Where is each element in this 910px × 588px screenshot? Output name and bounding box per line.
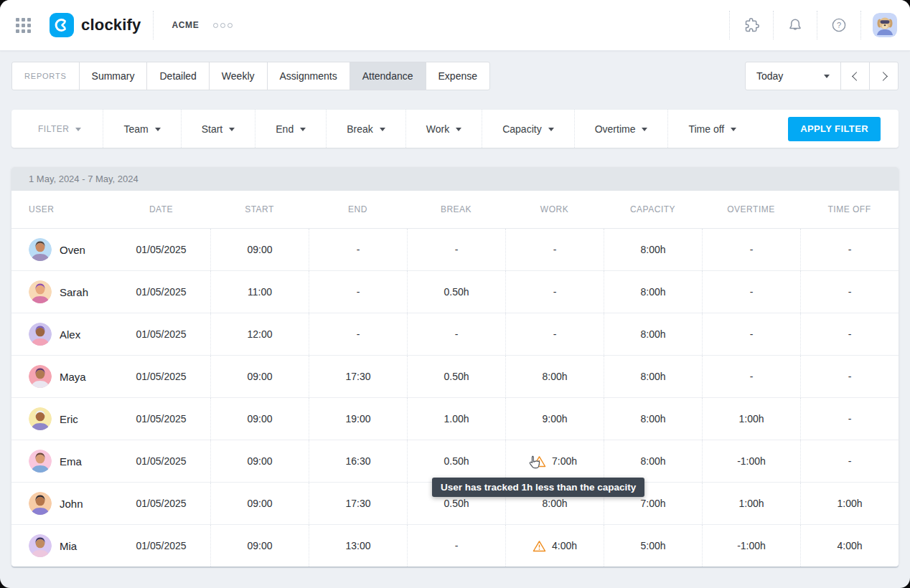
tab-detailed[interactable]: Detailed [146,62,209,90]
user-name: Maya [60,371,86,383]
clockify-logo-icon [50,13,74,37]
more-options-icon[interactable] [213,23,233,28]
column-header-user: USER [11,204,112,214]
integrations-button[interactable] [730,16,773,34]
filter-overtime[interactable]: Overtime [574,110,668,148]
cell-user[interactable]: Oven [11,229,112,270]
notifications-button[interactable] [774,16,817,34]
apply-filter-button[interactable]: APPLY FILTER [788,117,881,141]
cell-work: 9:00h [505,398,604,440]
cell-break: 0.50h [407,356,505,397]
cell-capacity: 5:00h [604,525,702,566]
column-header-end: END [309,204,407,214]
cell-break: - [407,313,505,355]
cell-user[interactable]: Eric [11,398,112,440]
previous-period-button[interactable] [840,62,870,90]
filter-team[interactable]: Team [103,110,180,148]
cell-break: - [407,229,505,270]
help-button[interactable]: ? [817,16,860,34]
cell-date: 01/05/2025 [112,271,210,313]
apps-grid-icon[interactable] [16,18,31,33]
cell-work: 4:00h [505,525,604,566]
user-name: Alex [60,328,80,341]
cell-time-off: - [800,313,899,355]
period-select[interactable]: Today [745,62,841,90]
cell-overtime: - [702,229,800,270]
chevron-down-icon [824,75,830,81]
user-name: Eric [60,413,78,425]
table-row: Sarah01/05/202511:00-0.50h-8:00h-- [11,271,899,313]
cell-end: - [309,271,407,313]
next-period-button[interactable] [869,62,899,90]
warning-icon[interactable] [533,540,546,552]
cell-overtime: - [702,271,800,313]
cell-user[interactable]: John [11,483,112,524]
cell-work: - [505,229,604,270]
table-row: Mia01/05/202509:0013:00-4:00h5:00h-1:00h… [11,525,899,566]
tab-assignments[interactable]: Assignments [267,62,350,90]
filter-field-label: End [276,123,294,135]
filter-break[interactable]: Break [326,110,405,148]
tabs-row: REPORTS SummaryDetailedWeeklyAssignments… [11,62,899,90]
filter-label: FILTER [38,124,69,134]
chevron-down-icon [548,128,554,134]
cell-break: - [407,525,505,566]
cell-user[interactable]: Sarah [11,271,112,313]
filter-field-label: Work [426,123,449,135]
cell-time-off: - [800,356,899,397]
reports-section-label: REPORTS [11,62,80,90]
cell-break: 0.50h [407,271,505,313]
cell-overtime: -1:00h [702,440,800,482]
filter-work[interactable]: Work [405,110,482,148]
cell-end: 19:00 [309,398,407,440]
table-row: Eric01/05/202509:0019:001.00h9:00h8:00h1… [11,398,899,440]
tab-attendance[interactable]: Attendance [350,62,426,90]
cell-start: 09:00 [210,229,309,270]
table-row: Alex01/05/202512:00---8:00h-- [11,313,899,356]
profile-avatar[interactable] [873,13,897,37]
cell-capacity: 8:00h [604,398,702,440]
cell-date: 01/05/2025 [112,229,210,270]
brand-logo[interactable]: clockify [50,13,141,37]
workspace-name[interactable]: ACME [172,20,200,30]
cell-user[interactable]: Ema [11,440,112,482]
user-name: Oven [60,244,85,256]
divider [153,11,154,39]
chevron-left-icon [852,72,861,81]
user-avatar [29,534,52,557]
tab-weekly[interactable]: Weekly [209,62,268,90]
cell-time-off: - [800,440,899,482]
filter-label-dropdown[interactable]: FILTER [11,110,103,148]
filter-field-label: Time off [688,123,724,135]
cell-start: 09:00 [210,398,309,440]
cell-date: 01/05/2025 [112,483,210,524]
top-bar-actions: ? [729,0,910,50]
cell-user[interactable]: Alex [11,313,112,355]
cell-work: 8:00h [505,356,604,397]
cell-time-off: 4:00h [800,525,899,566]
cell-user[interactable]: Mia [11,525,112,566]
cell-time-off: - [800,271,899,313]
filter-end[interactable]: End [255,110,326,148]
filter-start[interactable]: Start [181,110,255,148]
tooltip: User has tracked 1h less than the capaci… [432,478,644,497]
tab-expense[interactable]: Expense [426,62,490,90]
column-header-time-off: TIME OFF [800,204,899,214]
column-header-break: BREAK [407,204,505,214]
user-avatar [29,492,52,515]
cell-overtime: 1:00h [702,398,800,440]
app-window: clockify ACME ? REPORTS [0,0,910,588]
cell-start: 12:00 [210,313,309,355]
cell-capacity: 8:00h [604,313,702,355]
user-name: Ema [60,455,82,468]
tab-summary[interactable]: Summary [79,62,148,90]
cell-overtime: - [702,356,800,397]
cursor-hand-icon [528,455,541,473]
cell-user[interactable]: Maya [11,356,112,397]
chevron-down-icon [300,128,306,134]
divider [860,11,861,39]
cell-end: 16:30 [309,440,407,482]
cell-work: - [505,271,604,313]
filter-time-off[interactable]: Time off [667,110,756,148]
filter-capacity[interactable]: Capacity [482,110,573,148]
